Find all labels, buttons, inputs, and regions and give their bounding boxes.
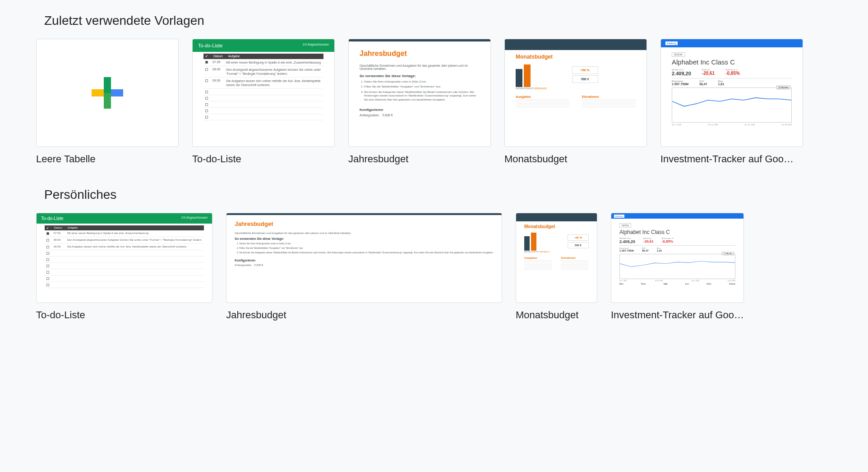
template-monthly-budget[interactable]: Monatsbudget ANFANGSSALDO ENDSALDO +50 %… [516,213,597,321]
template-title: Leere Tabelle [36,153,179,165]
template-thumbnail-monthly[interactable]: Monatsbudget ANFANGSSALDO ENDSALDO +50 %… [504,39,647,147]
template-thumbnail-investment[interactable]: Anleitung GOOG Alphabet Inc Class C Aktu… [660,39,803,147]
template-thumbnail-todo[interactable]: To-do-Liste 1/3 Abgeschlossen ✔ Datum Au… [192,39,335,147]
template-title: Jahresbudget [226,309,502,321]
template-thumbnail-monthly[interactable]: Monatsbudget ANFANGSSALDO ENDSALDO +50 %… [516,213,597,303]
template-thumbnail-blank[interactable] [36,39,179,147]
plus-icon [92,77,123,109]
template-title: Monatsbudget [504,153,647,165]
template-thumbnail-annual[interactable]: Jahresbudget Geschäftliche Einnahmen und… [348,39,491,147]
template-title: To-do-Liste [36,309,212,321]
template-investment-tracker[interactable]: Anleitung GOOG Alphabet Inc Class C Aktu… [660,39,803,165]
template-title: Investment-Tracker auf Goo… [660,153,803,165]
section-recent-templates: Zuletzt verwendete Vorlagen Leere Tabell… [36,14,868,165]
template-thumbnail-todo[interactable]: To-do-Liste 1/3 Abgeschlossen ✔ Datum Au… [36,213,212,303]
template-row-personal: To-do-Liste 1/3 Abgeschlossen ✔ Datum Au… [36,213,868,321]
template-annual-budget[interactable]: Jahresbudget Geschäftliche Einnahmen und… [226,213,502,321]
section-personal-templates: Persönliches To-do-Liste 1/3 Abgeschloss… [36,188,868,321]
template-todo[interactable]: To-do-Liste 1/3 Abgeschlossen ✔ Datum Au… [192,39,335,165]
template-title: Monatsbudget [516,309,597,321]
template-thumbnail-annual[interactable]: Jahresbudget Geschäftliche Einnahmen und… [226,213,502,303]
template-title: Jahresbudget [348,153,491,165]
template-blank[interactable]: Leere Tabelle [36,39,179,165]
template-title: To-do-Liste [192,153,335,165]
template-thumbnail-investment[interactable]: Anleitung GOOG Alphabet Inc Class C Aktu… [611,213,744,303]
template-monthly-budget[interactable]: Monatsbudget ANFANGSSALDO ENDSALDO +50 %… [504,39,647,165]
section-title-personal: Persönliches [36,188,868,202]
template-title: Investment-Tracker auf Goo… [611,309,744,321]
template-investment-tracker[interactable]: Anleitung GOOG Alphabet Inc Class C Aktu… [611,213,744,321]
template-annual-budget[interactable]: Jahresbudget Geschäftliche Einnahmen und… [348,39,491,165]
section-title-recent: Zuletzt verwendete Vorlagen [36,14,868,28]
template-todo[interactable]: To-do-Liste 1/3 Abgeschlossen ✔ Datum Au… [36,213,212,321]
template-row-recent: Leere Tabelle To-do-Liste 1/3 Abgeschlos… [36,39,868,165]
